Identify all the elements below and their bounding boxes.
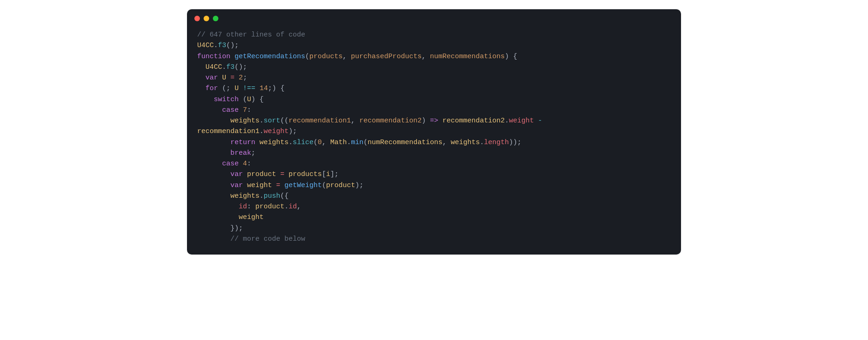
code-op: = xyxy=(280,170,284,178)
code-punct: . xyxy=(259,117,264,125)
code-identifier: product xyxy=(255,203,284,211)
code-punct: ; xyxy=(251,149,255,157)
code-punct: ) { xyxy=(251,96,264,103)
code-number: 0 xyxy=(318,139,322,146)
code-op: = xyxy=(276,182,280,189)
code-number: 4 xyxy=(243,160,247,168)
code-identifier: Math xyxy=(330,139,347,146)
code-punct: ( xyxy=(363,139,368,146)
code-number: 7 xyxy=(243,106,247,114)
code-punct: . xyxy=(347,139,351,146)
code-method: sort xyxy=(264,117,280,125)
code-function-name: getRecomendations xyxy=(235,53,305,61)
code-identifier: products xyxy=(289,170,322,178)
code-method: slice xyxy=(293,139,313,146)
code-punct: ) { xyxy=(505,53,517,61)
code-punct: , xyxy=(422,53,430,61)
code-punct: (( xyxy=(280,117,289,125)
code-punct: : xyxy=(247,106,251,114)
code-identifier: weights xyxy=(230,192,259,200)
code-param: recommendation1 xyxy=(289,117,351,125)
code-punct: ); xyxy=(289,128,297,135)
code-punct: , xyxy=(351,117,359,125)
close-icon[interactable] xyxy=(194,16,200,21)
code-property: weight xyxy=(264,128,289,135)
code-identifier: U xyxy=(247,96,251,103)
code-punct: . xyxy=(505,117,509,125)
code-punct: . xyxy=(222,63,226,71)
code-punct: }); xyxy=(230,225,243,232)
code-punct: ; xyxy=(243,74,247,82)
code-param: products xyxy=(309,53,343,61)
code-punct: (); xyxy=(226,42,239,49)
code-punct: ({ xyxy=(280,192,289,200)
code-prop-name: id xyxy=(239,203,247,211)
code-punct: . xyxy=(259,192,264,200)
code-identifier: U xyxy=(222,74,226,82)
code-param: purchasedProducts xyxy=(351,53,422,61)
minimize-icon[interactable] xyxy=(204,16,209,21)
code-function-name: getWeight xyxy=(284,182,322,189)
code-punct: . xyxy=(214,42,218,49)
code-punct: . xyxy=(284,203,289,211)
code-identifier: weight xyxy=(247,182,272,189)
code-param: numRecommendations xyxy=(430,53,505,61)
code-identifier: U xyxy=(235,85,239,92)
code-punct: [ xyxy=(322,170,326,178)
code-punct: : xyxy=(247,203,255,211)
code-keyword: case xyxy=(222,106,239,114)
code-punct: . xyxy=(480,139,484,146)
code-identifier: product xyxy=(247,170,276,178)
code-keyword: break xyxy=(230,149,251,157)
code-keyword: for xyxy=(205,85,218,92)
code-keyword: switch xyxy=(214,96,239,103)
code-punct: (); xyxy=(235,63,247,71)
code-punct: ) xyxy=(422,117,430,125)
code-op: !== xyxy=(243,85,255,92)
code-punct: , xyxy=(343,53,351,61)
code-punct: ( xyxy=(243,96,247,103)
code-number: 14 xyxy=(259,85,268,92)
code-content: // 647 other lines of code U4CC.f3(); fu… xyxy=(187,25,681,255)
code-punct: )); xyxy=(509,139,521,146)
code-punct: ( xyxy=(313,139,318,146)
code-punct: , xyxy=(322,139,330,146)
code-param: recommendation2 xyxy=(359,117,422,125)
code-identifier: U4CC xyxy=(197,42,214,49)
code-identifier: U4CC xyxy=(205,63,222,71)
code-method: f3 xyxy=(218,42,226,49)
code-keyword: return xyxy=(230,139,255,146)
code-keyword: case xyxy=(222,160,239,168)
code-punct: ); xyxy=(355,182,363,189)
code-punct: , xyxy=(297,203,301,211)
code-property: weight xyxy=(509,117,534,125)
code-identifier: recommendation2 xyxy=(442,117,505,125)
code-identifier: i xyxy=(326,170,330,178)
code-punct: : xyxy=(247,160,251,168)
code-punct: ;) { xyxy=(268,85,284,92)
code-comment: // more code below xyxy=(230,235,305,243)
code-identifier: product xyxy=(326,182,355,189)
code-identifier: recommendation1 xyxy=(197,128,259,135)
code-method: push xyxy=(264,192,280,200)
code-property: length xyxy=(484,139,509,146)
code-method: min xyxy=(351,139,363,146)
code-number: 2 xyxy=(239,74,243,82)
code-punct: . xyxy=(259,128,264,135)
code-punct: ( xyxy=(322,182,326,189)
code-op: = xyxy=(230,74,235,82)
code-keyword: var xyxy=(205,74,218,82)
code-punct: ]; xyxy=(330,170,338,178)
code-keyword: function xyxy=(197,53,230,61)
maximize-icon[interactable] xyxy=(213,16,218,21)
code-property: id xyxy=(289,203,297,211)
code-identifier: weights xyxy=(451,139,480,146)
code-punct: . xyxy=(289,139,293,146)
code-identifier: weight xyxy=(239,213,264,221)
code-identifier: weights xyxy=(259,139,289,146)
code-identifier: weights xyxy=(230,117,259,125)
code-editor-window: // 647 other lines of code U4CC.f3(); fu… xyxy=(187,9,681,255)
code-keyword: var xyxy=(230,182,243,189)
code-method: f3 xyxy=(226,63,235,71)
code-op: - xyxy=(538,117,542,125)
